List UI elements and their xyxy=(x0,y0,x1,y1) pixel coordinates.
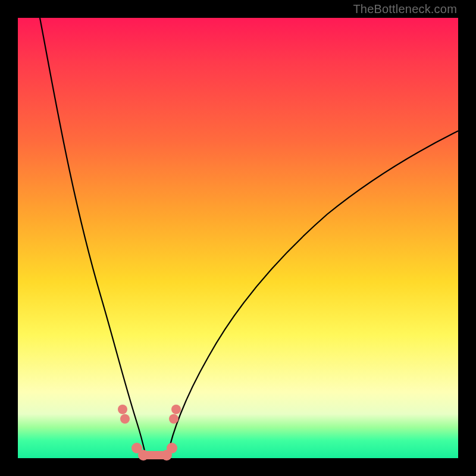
marker-dot xyxy=(171,405,181,414)
right-curve xyxy=(167,131,458,458)
marker-dot xyxy=(167,443,177,453)
marker-dot xyxy=(169,414,178,424)
left-curve xyxy=(40,18,146,458)
marker-dot xyxy=(120,414,130,424)
curve-layer xyxy=(18,18,458,458)
marker-dot xyxy=(138,450,149,461)
plot-area xyxy=(18,18,458,458)
marker-dot xyxy=(118,405,127,414)
chart-frame: TheBottleneck.com xyxy=(0,0,476,476)
watermark-text: TheBottleneck.com xyxy=(353,2,457,16)
